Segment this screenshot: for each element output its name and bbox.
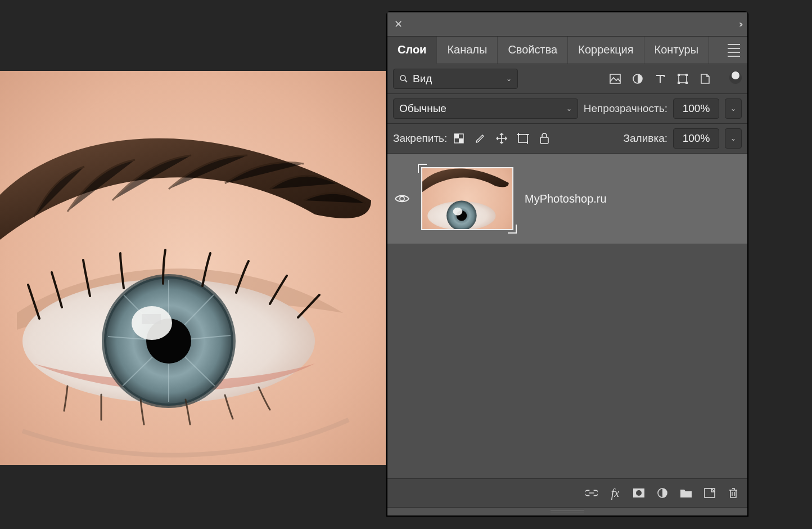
svg-rect-32 [540,137,548,144]
layer-thumbnail[interactable] [421,167,513,230]
svg-rect-22 [678,82,680,84]
layer-row[interactable]: MyPhotoshop.ru [387,154,747,244]
fx-icon[interactable]: fx [609,487,621,499]
eye-photo [0,71,386,465]
svg-line-16 [405,80,407,82]
tab-properties[interactable]: Свойства [498,37,568,64]
lock-row: Закрепить: Заливка: 100% ⌄ [387,124,747,154]
svg-point-15 [400,75,405,80]
panel-body: Вид ⌄ Обычные ⌄ Непрозрачность: 100% ⌄ З… [387,64,747,515]
lock-position-icon[interactable] [495,132,508,145]
svg-rect-27 [518,135,527,142]
filter-image-icon[interactable] [609,73,621,85]
chevron-down-icon: ⌄ [506,75,512,83]
layer-visibility-icon[interactable] [394,191,410,207]
svg-rect-14 [142,314,161,324]
tab-label: Слои [398,43,426,56]
lock-brush-icon[interactable] [474,132,486,145]
lock-label: Закрепить: [393,132,447,145]
layer-filter-dropdown[interactable]: Вид ⌄ [393,69,518,89]
svg-point-38 [453,208,462,216]
svg-rect-25 [454,134,459,138]
filter-label: Вид [413,73,502,85]
svg-rect-21 [685,74,688,76]
delete-layer-icon[interactable] [727,487,739,499]
svg-point-33 [400,196,404,201]
document-canvas[interactable] [0,71,386,465]
filter-type-icon[interactable] [654,73,666,85]
opacity-value[interactable]: 100% [673,98,719,119]
filter-type-icons [609,73,742,85]
filter-smartobject-icon[interactable] [699,73,711,85]
tab-label: Свойства [508,43,557,56]
svg-rect-19 [679,75,687,83]
lock-all-icon[interactable] [538,132,551,145]
add-mask-icon[interactable] [633,487,645,499]
svg-point-40 [636,490,642,496]
new-group-icon[interactable] [680,487,692,499]
layers-panel: ✕ ›› Слои Каналы Свойства Коррекция Конт… [386,11,748,517]
filter-row: Вид ⌄ [387,64,747,94]
blend-row: Обычные ⌄ Непрозрачность: 100% ⌄ [387,94,747,124]
blend-mode-dropdown[interactable]: Обычные ⌄ [393,98,578,119]
panel-titlebar: ✕ ›› [387,12,747,37]
filter-toggle[interactable] [732,71,739,79]
tab-label: Контуры [655,43,698,56]
opacity-label: Непрозрачность: [584,102,667,115]
fill-value[interactable]: 100% [673,128,719,149]
tab-adjustments[interactable]: Коррекция [568,37,644,64]
tab-label: Коррекция [578,43,633,56]
fill-chevron[interactable]: ⌄ [725,128,742,149]
filter-adjustment-icon[interactable] [631,73,644,85]
tab-channels[interactable]: Каналы [437,37,498,64]
new-adjustment-icon[interactable] [656,487,669,499]
svg-rect-20 [678,74,680,76]
tab-label: Каналы [447,43,487,56]
filter-shape-icon[interactable] [676,73,689,85]
svg-rect-0 [0,71,386,465]
lock-pixels-icon[interactable] [453,132,465,145]
layer-name[interactable]: MyPhotoshop.ru [525,192,607,205]
chevron-down-icon: ⌄ [566,105,572,113]
tab-layers[interactable]: Слои [387,37,437,64]
opacity-chevron[interactable]: ⌄ [725,98,742,119]
panel-menu-icon[interactable] [724,40,744,60]
svg-rect-23 [685,82,688,84]
close-icon[interactable]: ✕ [391,18,406,30]
link-layers-icon[interactable] [585,487,598,499]
layers-list: MyPhotoshop.ru [387,154,747,478]
svg-rect-26 [459,138,463,143]
collapse-panel-icon[interactable]: ›› [736,19,744,29]
search-icon [399,74,408,83]
blend-mode-label: Обычные [399,102,562,115]
tab-paths[interactable]: Контуры [644,37,709,64]
new-layer-icon[interactable] [703,487,716,499]
panel-footer: fx [387,478,747,507]
fill-label: Заливка: [624,132,667,145]
panel-tabs: Слои Каналы Свойства Коррекция Контуры [387,37,747,64]
lock-icons [453,132,551,145]
lock-artboard-icon[interactable] [517,132,529,145]
thumbnail-image [422,168,512,229]
panel-resize-grip[interactable] [387,507,747,515]
